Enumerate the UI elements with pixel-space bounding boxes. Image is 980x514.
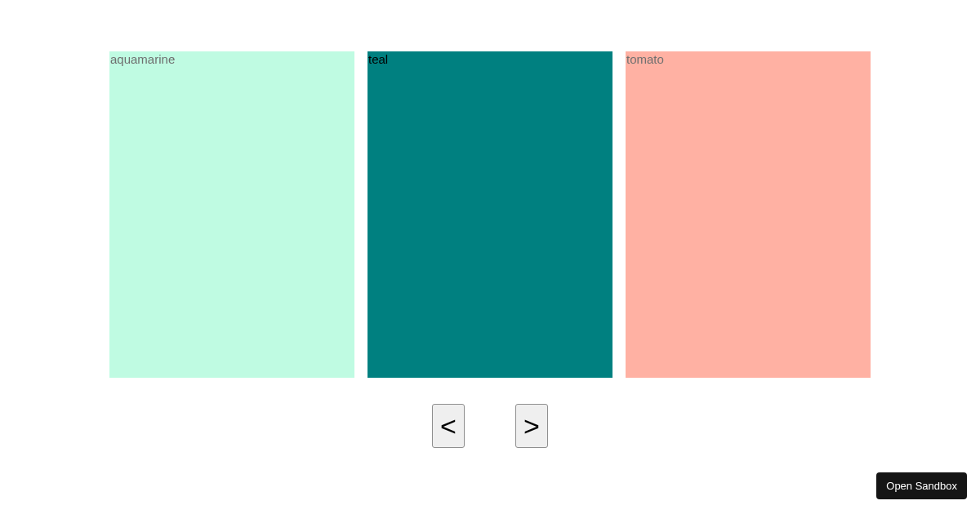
carousel-controls: < > [0, 404, 980, 448]
next-button[interactable]: > [515, 404, 548, 448]
slide-label: tomato [626, 51, 664, 68]
slide-label: teal [368, 51, 388, 68]
slide-teal[interactable]: teal [368, 51, 612, 378]
prev-button[interactable]: < [432, 404, 465, 448]
slide-label: aquamarine [110, 51, 175, 68]
open-sandbox-button[interactable]: Open Sandbox [876, 472, 967, 499]
slide-tomato[interactable]: tomato [626, 51, 871, 378]
color-carousel: aquamarine teal tomato [109, 51, 871, 378]
slide-aquamarine[interactable]: aquamarine [109, 51, 354, 378]
